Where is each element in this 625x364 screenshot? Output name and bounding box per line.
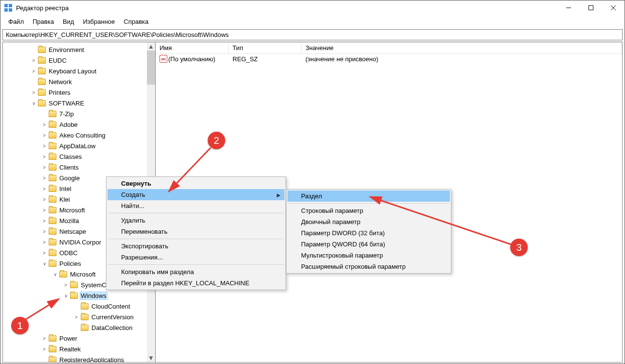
svg-rect-5 (589, 6, 593, 10)
menu-file[interactable]: Файл (4, 17, 28, 26)
ctx-delete[interactable]: Удалить (107, 215, 285, 226)
ctx-new[interactable]: Создать▶ (107, 189, 285, 200)
folder-icon (49, 207, 56, 213)
window-title: Редактор реестра (16, 4, 557, 12)
tree-node-printers[interactable]: >Printers (3, 87, 155, 98)
ctx-permissions[interactable]: Разрешения... (107, 252, 285, 263)
ctx-new-multistring[interactable]: Мультистроковый параметр (287, 250, 450, 261)
ctx-export[interactable]: Экспортировать (107, 241, 285, 252)
value-data: (значение не присвоено) (304, 55, 380, 63)
scroll-up-icon[interactable]: ▲ (147, 42, 155, 51)
folder-icon (38, 89, 46, 96)
folder-icon (49, 196, 56, 203)
folder-icon (49, 164, 56, 171)
separator (288, 203, 449, 204)
tree-node-software[interactable]: ∨SOFTWARE (3, 98, 155, 108)
folder-icon (38, 68, 46, 74)
folder-icon (49, 132, 56, 139)
folder-icon (49, 357, 56, 363)
folder-icon (49, 346, 56, 352)
folder-icon (49, 218, 56, 224)
menu-help[interactable]: Справка (120, 17, 152, 26)
tree-node-windows[interactable]: ∨Windows (3, 290, 155, 301)
address-bar[interactable]: Компьютер\HKEY_CURRENT_USER\SOFTWARE\Pol… (2, 29, 623, 40)
ctx-new-key[interactable]: Раздел (287, 191, 450, 202)
tree-node-realtek[interactable]: >Realtek (3, 344, 155, 354)
submenu-arrow-icon: ▶ (277, 192, 281, 197)
ctx-new-dword[interactable]: Параметр DWORD (32 бита) (287, 227, 450, 239)
svg-rect-0 (4, 4, 8, 7)
folder-icon (70, 293, 78, 299)
ctx-goto-hklm[interactable]: Перейти в раздел HKEY_LOCAL_MACHINE (107, 277, 285, 289)
folder-icon (49, 111, 56, 117)
folder-icon (49, 143, 56, 149)
context-menu: Свернуть Создать▶ Найти... Удалить Переи… (106, 176, 286, 290)
folder-icon (49, 335, 56, 342)
ctx-collapse[interactable]: Свернуть (107, 178, 285, 189)
ctx-rename[interactable]: Переименовать (107, 226, 285, 237)
folder-icon (49, 228, 56, 235)
tree-node-appdata[interactable]: >AppDataLow (3, 140, 155, 151)
tree-node-classes[interactable]: >Classes (3, 151, 155, 162)
string-value-icon: ab (160, 55, 167, 63)
folder-icon (81, 325, 89, 331)
col-name[interactable]: Имя (156, 42, 229, 53)
folder-icon (38, 47, 46, 53)
menu-view[interactable]: Вид (59, 17, 78, 26)
value-name: (По умолчанию) (168, 55, 215, 63)
folder-icon (38, 57, 46, 64)
separator (108, 213, 284, 213)
folder-icon (38, 100, 46, 106)
separator (108, 239, 284, 239)
tree-node-network[interactable]: Network (3, 76, 155, 87)
folder-icon (59, 271, 67, 277)
tree-node-environment[interactable]: Environment (3, 44, 155, 55)
context-submenu-new: Раздел Строковый параметр Двоичный парам… (286, 189, 451, 274)
menu-edit[interactable]: Правка (29, 17, 58, 26)
maximize-button[interactable] (580, 0, 602, 15)
regedit-icon (4, 4, 12, 12)
ctx-find[interactable]: Найти... (107, 200, 285, 211)
close-button[interactable] (602, 0, 625, 15)
callout-1: 1 (11, 317, 29, 334)
folder-icon (49, 186, 56, 192)
svg-rect-2 (4, 8, 8, 12)
ctx-new-binary[interactable]: Двоичный параметр (287, 216, 450, 227)
ctx-new-string[interactable]: Строковый параметр (287, 205, 450, 216)
svg-rect-1 (9, 4, 12, 7)
tree-node-keyboard[interactable]: >Keyboard Layout (3, 66, 155, 76)
folder-icon (49, 121, 56, 128)
folder-icon (70, 282, 78, 288)
scroll-thumb[interactable] (147, 51, 155, 85)
folder-icon (81, 314, 89, 320)
folder-icon (49, 250, 56, 256)
tree-node-regapps[interactable]: RegisteredApplications (3, 354, 155, 363)
folder-icon (49, 175, 56, 181)
tree-node-7zip[interactable]: 7-Zip (3, 108, 155, 119)
tree-node-clients[interactable]: >Clients (3, 162, 155, 173)
ctx-copykeyname[interactable]: Копировать имя раздела (107, 266, 285, 277)
tree-node-adobe[interactable]: >Adobe (3, 119, 155, 130)
tree-node-eudc[interactable]: >EUDC (3, 55, 155, 66)
menubar: Файл Правка Вид Избранное Справка (0, 15, 625, 29)
tree-node-cloudcontent[interactable]: CloudContent (3, 301, 155, 312)
folder-icon (38, 79, 46, 85)
folder-icon (81, 303, 89, 310)
scroll-down-icon[interactable]: ▼ (147, 354, 155, 362)
list-row-default[interactable]: ab (По умолчанию) REG_SZ (значение не пр… (156, 54, 622, 64)
folder-icon (49, 154, 56, 160)
minimize-button[interactable] (557, 0, 580, 15)
folder-icon (49, 239, 56, 245)
titlebar: Редактор реестра (0, 0, 625, 15)
tree-node-power[interactable]: >Power (3, 333, 155, 344)
col-type[interactable]: Тип (229, 42, 302, 53)
ctx-new-qword[interactable]: Параметр QWORD (64 бита) (287, 239, 450, 250)
ctx-new-expandstring[interactable]: Расширяемый строковый параметр (287, 261, 450, 272)
col-value[interactable]: Значение (302, 42, 622, 53)
list-header: Имя Тип Значение (156, 42, 622, 54)
callout-2: 2 (208, 132, 225, 149)
tree-node-akeo[interactable]: >Akeo Consulting (3, 130, 155, 140)
menu-favorites[interactable]: Избранное (79, 17, 119, 26)
separator (108, 264, 284, 265)
value-type: REG_SZ (231, 55, 304, 63)
